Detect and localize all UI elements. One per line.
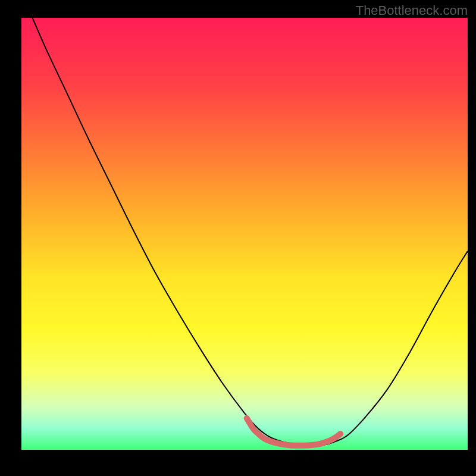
- curve-layer: [21, 18, 468, 450]
- bottleneck-curve: [21, 18, 468, 446]
- plot-area: [21, 18, 468, 450]
- chart-container: TheBottleneck.com: [0, 0, 476, 476]
- watermark-text: TheBottleneck.com: [356, 3, 468, 18]
- fit-band: [247, 418, 341, 446]
